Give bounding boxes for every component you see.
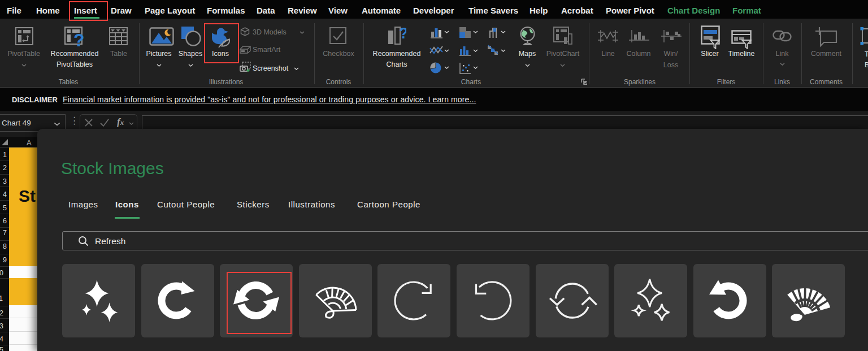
svg-text:?: ? (399, 26, 406, 42)
svg-text:?: ? (73, 30, 84, 47)
